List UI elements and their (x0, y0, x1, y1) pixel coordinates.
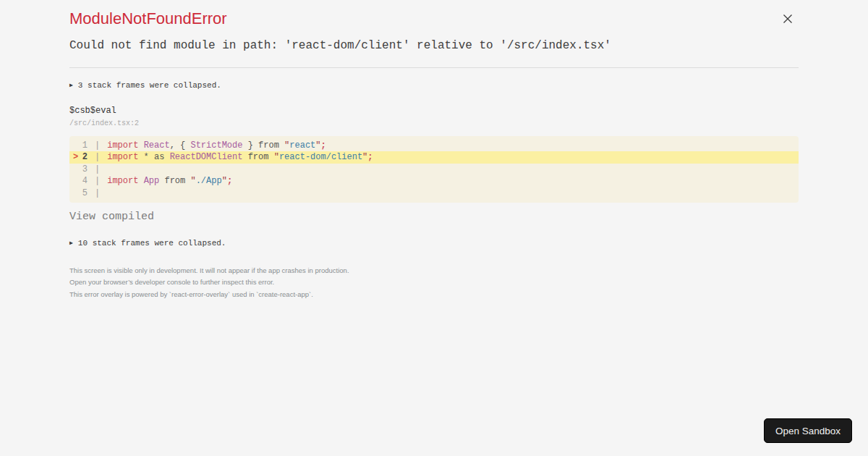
line-number: 3 (80, 164, 88, 175)
line-number: 1 (80, 140, 88, 151)
code-line: 5| (69, 187, 799, 199)
gutter-separator: | (88, 187, 107, 199)
code-line: 3| (69, 164, 799, 175)
code-line: 1|import React, { StrictMode } from "rea… (69, 140, 799, 151)
code-text: import React, { StrictMode } from "react… (107, 140, 326, 151)
code-token: App (144, 176, 160, 186)
error-message: Could not find module in path: 'react-do… (69, 39, 799, 52)
footer-note: This screen is visible only in developme… (69, 265, 799, 300)
code-token: ReactDOMClient (170, 152, 243, 162)
code-token: " (222, 176, 227, 186)
active-line-marker (69, 175, 80, 187)
code-token: import (107, 140, 138, 151)
code-block: 1|import React, { StrictMode } from "rea… (69, 136, 799, 203)
footer-line: This screen is visible only in developme… (69, 265, 799, 276)
code-token: React (144, 140, 170, 151)
active-line-marker (69, 140, 80, 151)
open-sandbox-button[interactable]: Open Sandbox (764, 418, 852, 443)
collapsed-frames-bottom-label: 10 stack frames were collapsed. (78, 239, 226, 248)
code-token: ; (367, 152, 373, 162)
code-token (138, 140, 143, 151)
active-line-marker (69, 187, 80, 199)
code-line: >2|import * as ReactDOMClient from "reac… (69, 151, 799, 163)
code-token: import (107, 152, 138, 162)
chevron-right-icon: ▶ (69, 83, 73, 88)
collapsed-frames-bottom[interactable]: ▶ 10 stack frames were collapsed. (69, 239, 799, 248)
code-token: StrictMode (190, 140, 242, 151)
header: ModuleNotFoundError (69, 0, 799, 28)
code-token: } from (242, 140, 284, 151)
code-token: react-dom/client (279, 152, 362, 162)
code-token: from (159, 176, 190, 186)
collapsed-frames-top[interactable]: ▶ 3 stack frames were collapsed. (69, 81, 799, 90)
close-icon (783, 14, 793, 24)
error-overlay: ModuleNotFoundError Could not find modul… (0, 0, 868, 300)
line-number: 5 (80, 187, 88, 199)
view-compiled-link[interactable]: View compiled (69, 211, 154, 223)
code-token: react (289, 140, 315, 151)
code-token: * as (138, 152, 169, 162)
code-token: , { (170, 140, 191, 151)
code-text: import * as ReactDOMClient from "react-d… (107, 151, 373, 163)
divider (69, 67, 799, 68)
active-line-marker: > (69, 151, 80, 163)
gutter-separator: | (88, 175, 107, 187)
code-line: 4|import App from "./App"; (69, 175, 799, 187)
code-text: import App from "./App"; (107, 175, 232, 187)
footer-line: This error overlay is powered by `react-… (69, 289, 799, 300)
code-token: ; (321, 140, 326, 151)
collapsed-frames-top-label: 3 stack frames were collapsed. (78, 81, 221, 90)
line-number: 2 (80, 151, 88, 163)
gutter-separator: | (88, 151, 107, 163)
gutter-separator: | (88, 164, 107, 175)
code-token: " (315, 140, 320, 151)
line-number: 4 (80, 175, 88, 187)
chevron-right-icon: ▶ (69, 240, 73, 246)
code-token: from (242, 152, 273, 162)
code-token: " (190, 176, 195, 186)
code-token: ./App (196, 176, 222, 186)
close-button[interactable] (780, 11, 796, 27)
stack-frame-function: $csb$eval (69, 106, 799, 116)
gutter-separator: | (88, 140, 107, 151)
code-token: " (274, 152, 279, 162)
footer-line: Open your browser’s developer console to… (69, 276, 799, 288)
error-title: ModuleNotFoundError (69, 9, 227, 28)
code-token: ; (227, 176, 232, 186)
code-token (138, 176, 143, 186)
code-token: import (107, 176, 138, 186)
stack-frame-location: /src/index.tsx:2 (69, 119, 799, 127)
active-line-marker (69, 164, 80, 175)
